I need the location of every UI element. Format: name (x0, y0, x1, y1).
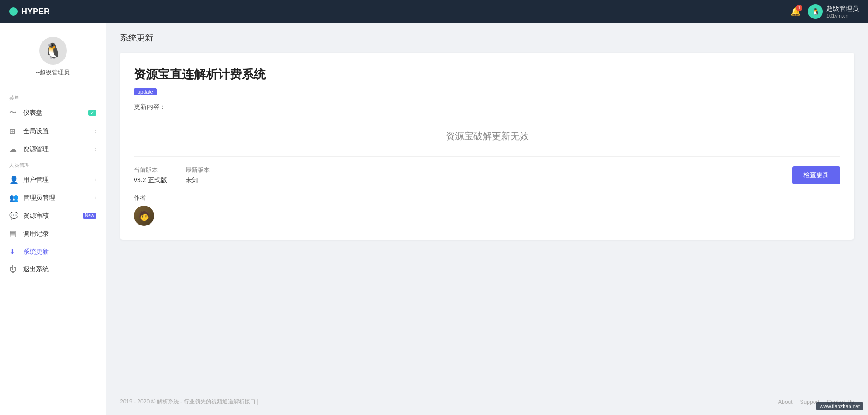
latest-version-block: 最新版本 未知 (186, 166, 210, 184)
sidebar-item-admin-manage[interactable]: 👥 管理员管理 › (0, 189, 106, 207)
logout-icon: ⏻ (9, 265, 18, 273)
user-name: 超级管理员 (826, 5, 859, 13)
navbar: HYPER 🔔 1 🐧 超级管理员 101ym.cn (0, 0, 868, 23)
sidebar-item-system-update[interactable]: ⬇ 系统更新 (0, 243, 106, 261)
author-label: 作者 (134, 194, 840, 202)
check-update-button[interactable]: 检查更新 (792, 166, 840, 184)
user-manage-label: 用户管理 (23, 176, 49, 184)
notification-badge: 1 (796, 5, 802, 11)
call-records-label: 调用记录 (23, 230, 49, 238)
latest-version-label: 最新版本 (186, 166, 210, 174)
sidebar-item-global-settings[interactable]: ⊞ 全局设置 › (0, 122, 106, 140)
user-manage-icon: 👤 (9, 175, 18, 184)
footer-link-about[interactable]: About (778, 399, 792, 405)
main-area: 系统更新 资源宝直连解析计费系统 update 更新内容： 资源宝破解更新无效 … (106, 23, 868, 415)
global-settings-icon: ⊞ (9, 127, 18, 136)
resource-audit-label: 资源审核 (23, 212, 49, 220)
menu-section-label: 菜单 (0, 91, 106, 103)
latest-version-value: 未知 (186, 176, 210, 184)
sidebar-item-resource-manage[interactable]: ☁ 资源管理 › (0, 140, 106, 158)
user-details: 超级管理员 101ym.cn (826, 5, 859, 18)
resource-manage-icon: ☁ (9, 145, 18, 154)
resource-audit-icon: 💬 (9, 211, 18, 220)
sidebar: 🐧 --超级管理员 菜单 〜 仪表盘 ✓ ⊞ 全局设置 › ☁ 资源管理 › 人… (0, 23, 106, 415)
dashboard-icon: 〜 (9, 108, 18, 118)
version-row: 当前版本 v3.2 正式版 最新版本 未知 检查更新 (134, 166, 840, 184)
profile-avatar: 🐧 (39, 37, 67, 65)
notification-bell[interactable]: 🔔 1 (790, 6, 801, 17)
brand-name: HYPER (21, 7, 50, 17)
global-settings-label: 全局设置 (23, 127, 49, 136)
current-version-block: 当前版本 v3.2 正式版 (134, 166, 167, 184)
user-domain: 101ym.cn (826, 13, 859, 18)
update-content-label: 更新内容： (134, 103, 840, 111)
brand: HYPER (9, 7, 50, 17)
call-records-icon: ▤ (9, 229, 18, 238)
author-section: 作者 🧑 (134, 194, 840, 226)
sidebar-item-resource-audit[interactable]: 💬 资源审核 New (0, 207, 106, 225)
navbar-right: 🔔 1 🐧 超级管理员 101ym.cn (790, 4, 859, 19)
user-avatar: 🐧 (808, 4, 823, 19)
update-card: 资源宝直连解析计费系统 update 更新内容： 资源宝破解更新无效 当前版本 … (120, 53, 854, 240)
system-update-icon: ⬇ (9, 247, 18, 256)
current-version-value: v3.2 正式版 (134, 176, 167, 184)
footer-copyright: 2019 - 2020 © 解析系统 - 行业领先的视频通道解析接口 | (120, 398, 259, 406)
sidebar-item-dashboard[interactable]: 〜 仪表盘 ✓ (0, 103, 106, 122)
update-badge: update (134, 88, 157, 95)
logout-label: 退出系统 (23, 265, 49, 273)
admin-manage-label: 管理员管理 (23, 194, 55, 202)
page-title: 系统更新 (120, 32, 854, 43)
system-update-label: 系统更新 (23, 248, 49, 256)
profile-name: --超级管理员 (36, 68, 70, 77)
sidebar-item-logout[interactable]: ⏻ 退出系统 (0, 261, 106, 278)
global-settings-arrow: › (95, 128, 96, 135)
footer: 2019 - 2020 © 解析系统 - 行业领先的视频通道解析接口 | Abo… (106, 389, 868, 415)
resource-manage-arrow: › (95, 146, 96, 153)
resource-manage-label: 资源管理 (23, 145, 49, 154)
dashboard-label: 仪表盘 (23, 109, 42, 117)
sidebar-profile: 🐧 --超级管理员 (0, 32, 106, 86)
current-version-label: 当前版本 (134, 166, 167, 174)
staff-section-label: 人员管理 (0, 158, 106, 171)
sidebar-item-call-records[interactable]: ▤ 调用记录 (0, 225, 106, 243)
user-info[interactable]: 🐧 超级管理员 101ym.cn (808, 4, 859, 19)
author-avatar: 🧑 (134, 206, 154, 226)
watermark: www.tiaozhan.net (816, 402, 863, 410)
dashboard-check: ✓ (88, 110, 96, 116)
sidebar-item-user-manage[interactable]: 👤 用户管理 › (0, 171, 106, 189)
resource-audit-badge: New (83, 213, 96, 219)
user-manage-arrow: › (95, 177, 96, 183)
admin-manage-icon: 👥 (9, 193, 18, 202)
brand-dot (9, 7, 18, 16)
main-content: 系统更新 资源宝直连解析计费系统 update 更新内容： 资源宝破解更新无效 … (106, 23, 868, 389)
layout: 🐧 --超级管理员 菜单 〜 仪表盘 ✓ ⊞ 全局设置 › ☁ 资源管理 › 人… (0, 23, 868, 415)
admin-manage-arrow: › (95, 195, 96, 201)
update-message: 资源宝破解更新无效 (134, 116, 840, 157)
system-title: 资源宝直连解析计费系统 (134, 66, 840, 83)
